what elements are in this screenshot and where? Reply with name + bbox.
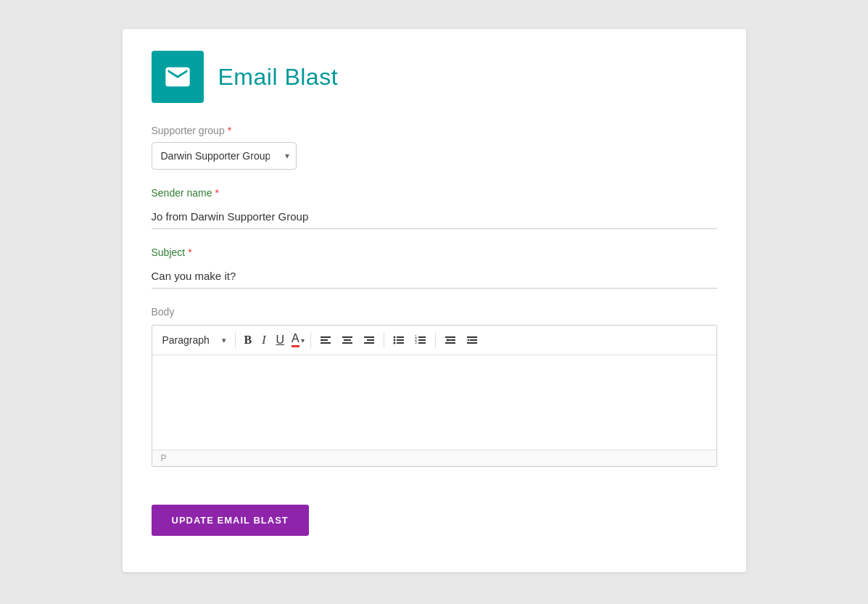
bold-button[interactable]: B [240, 331, 257, 349]
svg-rect-22 [448, 339, 455, 341]
svg-rect-2 [321, 342, 331, 344]
svg-rect-6 [364, 336, 374, 338]
supporter-group-wrapper: Darwin Supporter Group Other Group ▾ [152, 142, 297, 170]
svg-point-9 [393, 336, 395, 339]
svg-rect-10 [397, 336, 404, 338]
outdent-button[interactable] [440, 331, 460, 349]
svg-rect-8 [364, 342, 374, 344]
subject-section: Subject * [152, 247, 717, 289]
required-star: * [228, 125, 231, 136]
svg-rect-1 [321, 339, 328, 341]
body-editor-content[interactable] [152, 355, 716, 450]
color-chevron-down-icon: ▾ [301, 336, 305, 344]
indent-icon [466, 334, 478, 346]
sender-name-input[interactable] [152, 204, 717, 229]
ordered-list-icon: 1. 2. 3. [415, 334, 426, 346]
sender-name-label: Sender name * [152, 187, 717, 199]
subject-input[interactable] [152, 264, 717, 289]
toolbar-divider-2 [310, 332, 311, 348]
svg-rect-21 [445, 336, 455, 338]
align-center-icon [342, 334, 353, 346]
svg-rect-0 [321, 336, 331, 338]
page-container: Email Blast Supporter group * Darwin Sup… [15, 15, 853, 604]
page-title: Email Blast [218, 64, 339, 91]
required-star-sender: * [215, 187, 219, 199]
align-left-button[interactable] [315, 331, 336, 349]
svg-rect-16 [418, 336, 426, 338]
svg-rect-26 [470, 339, 477, 341]
align-right-button[interactable] [359, 331, 379, 349]
svg-rect-3 [342, 336, 352, 338]
svg-rect-5 [342, 342, 352, 344]
editor-statusbar: P [152, 450, 716, 466]
form-card: Email Blast Supporter group * Darwin Sup… [123, 29, 746, 572]
update-email-blast-button[interactable]: UPDATE EMAIL BLAST [152, 505, 309, 536]
body-label: Body [152, 306, 717, 318]
body-section: Body Paragraph Heading 1 Heading 2 Headi… [152, 306, 717, 467]
supporter-group-select[interactable]: Darwin Supporter Group Other Group [152, 142, 297, 170]
editor-toolbar: Paragraph Heading 1 Heading 2 Heading 3 … [152, 326, 716, 355]
svg-rect-23 [445, 342, 455, 344]
indent-button[interactable] [462, 331, 482, 349]
email-icon-box [152, 51, 204, 103]
email-icon [163, 62, 192, 91]
align-center-button[interactable] [337, 331, 357, 349]
svg-text:3.: 3. [415, 340, 418, 344]
svg-rect-4 [344, 339, 351, 341]
svg-rect-14 [397, 342, 404, 344]
align-left-icon [320, 334, 331, 346]
svg-rect-7 [367, 339, 374, 341]
svg-rect-20 [418, 342, 426, 344]
text-color-button: A [292, 333, 299, 347]
italic-button[interactable]: I [257, 331, 270, 349]
text-color-wrapper[interactable]: A ▾ [290, 330, 306, 350]
unordered-list-icon [393, 334, 405, 346]
body-editor-container: Paragraph Heading 1 Heading 2 Heading 3 … [152, 325, 717, 467]
svg-point-13 [393, 342, 395, 344]
svg-rect-18 [418, 339, 426, 341]
toolbar-divider-3 [384, 332, 384, 348]
toolbar-divider-1 [235, 332, 236, 348]
paragraph-style-select[interactable]: Paragraph Heading 1 Heading 2 Heading 3 [158, 331, 231, 349]
ordered-list-button[interactable]: 1. 2. 3. [410, 331, 431, 349]
svg-marker-24 [446, 339, 448, 342]
outdent-icon [445, 334, 456, 346]
header: Email Blast [152, 51, 717, 103]
svg-point-11 [393, 339, 395, 342]
paragraph-style-wrapper: Paragraph Heading 1 Heading 2 Heading 3 … [158, 331, 231, 349]
required-star-subject: * [188, 247, 191, 258]
subject-label: Subject * [152, 247, 717, 258]
supporter-group-section: Supporter group * Darwin Supporter Group… [152, 125, 717, 170]
sender-name-section: Sender name * [152, 187, 717, 229]
svg-marker-28 [468, 339, 470, 342]
svg-rect-25 [467, 336, 477, 338]
toolbar-divider-4 [435, 332, 436, 348]
svg-rect-12 [397, 339, 404, 341]
unordered-list-button[interactable] [389, 331, 409, 349]
supporter-group-label: Supporter group * [152, 125, 717, 136]
statusbar-tag: P [161, 453, 167, 463]
svg-rect-27 [467, 342, 477, 344]
align-right-icon [363, 334, 375, 346]
underline-button[interactable]: U [272, 331, 289, 349]
